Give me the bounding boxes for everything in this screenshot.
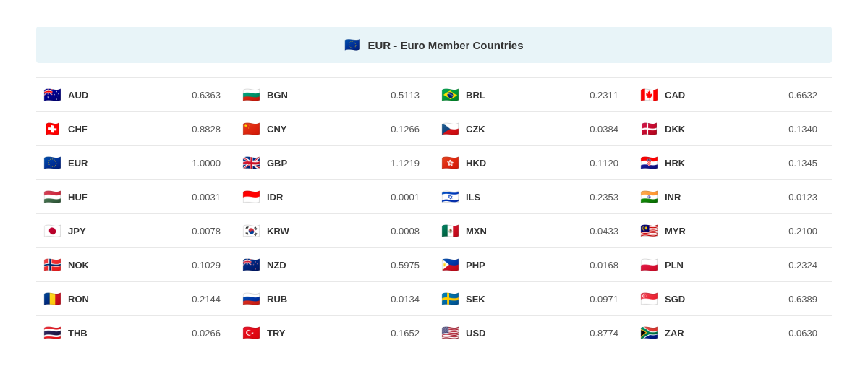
currency-code: PLN (665, 260, 692, 271)
flag-icon: 🇳🇴 (42, 256, 62, 274)
flag-icon: 🇵🇭 (440, 256, 460, 274)
currency-code: IDR (267, 192, 294, 203)
flag-icon: 🇳🇿 (241, 256, 261, 274)
currency-value: 0.2311 (590, 90, 627, 101)
list-item: 🇹🇭THB0.0266 (36, 316, 235, 350)
flag-icon: 🇩🇰 (639, 120, 659, 137)
currency-code: CHF (68, 124, 95, 135)
flag-icon: 🇷🇺 (241, 290, 261, 308)
currency-code: BRL (466, 90, 493, 101)
flag-icon: 🇧🇬 (241, 86, 261, 103)
list-item: 🇸🇪SEK0.0971 (434, 282, 633, 316)
currency-value: 0.2353 (590, 192, 627, 203)
currency-value: 0.1266 (391, 124, 428, 135)
flag-icon: 🇿🇦 (639, 324, 659, 342)
flag-icon: 🇬🇧 (241, 154, 261, 171)
currency-value: 0.1652 (391, 328, 428, 339)
list-item: 🇨🇭CHF0.8828 (36, 112, 235, 146)
list-item: 🇪🇺EUR1.0000 (36, 146, 235, 180)
currency-value: 0.0266 (192, 328, 229, 339)
list-item: 🇮🇱ILS0.2353 (434, 180, 633, 214)
currency-value: 0.2100 (788, 226, 826, 237)
list-item: 🇹🇷TRY0.1652 (235, 316, 434, 350)
currency-code: DKK (665, 124, 692, 135)
flag-icon: 🇦🇺 (42, 86, 62, 103)
list-item: 🇺🇸USD0.8774 (434, 316, 633, 350)
currency-value: 0.2324 (788, 260, 826, 271)
list-item: 🇩🇰DKK0.1340 (633, 112, 832, 146)
list-item: 🇭🇷HRK0.1345 (633, 146, 832, 180)
flag-icon: 🇪🇺 (42, 154, 62, 171)
flag-icon: 🇮🇱 (440, 188, 460, 206)
list-item: 🇭🇰HKD0.1120 (434, 146, 633, 180)
currency-grid: 🇦🇺AUD0.6363🇧🇬BGN0.5113🇧🇷BRL0.2311🇨🇦CAD0.… (36, 77, 832, 350)
flag-icon: 🇨🇿 (440, 120, 460, 137)
list-item: 🇲🇽MXN0.0433 (434, 214, 633, 248)
currency-value: 0.0123 (788, 192, 826, 203)
flag-icon: 🇹🇭 (42, 324, 62, 342)
currency-code: HKD (466, 158, 493, 169)
currency-code: SGD (665, 294, 692, 305)
currency-value: 1.1219 (391, 158, 428, 169)
currency-code: MXN (466, 226, 493, 237)
currency-code: BGN (267, 90, 294, 101)
flag-icon: 🇸🇬 (639, 290, 659, 308)
currency-code: ILS (466, 192, 493, 203)
flag-icon: 🇨🇦 (639, 86, 659, 103)
currency-code: INR (665, 192, 692, 203)
currency-value: 0.1120 (590, 158, 627, 169)
currency-code: EUR (68, 158, 95, 169)
list-item: 🇦🇺AUD0.6363 (36, 78, 235, 112)
flag-icon: 🇸🇪 (440, 290, 460, 308)
flag-icon: 🇨🇳 (241, 120, 261, 137)
currency-value: 0.0031 (192, 192, 229, 203)
currency-code: THB (68, 328, 95, 339)
flag-icon: 🇹🇷 (241, 324, 261, 342)
currency-value: 0.0433 (590, 226, 627, 237)
currency-code: KRW (267, 226, 294, 237)
list-item: 🇮🇳INR0.0123 (633, 180, 832, 214)
list-item: 🇳🇴NOK0.1029 (36, 248, 235, 282)
currency-code: CAD (665, 90, 692, 101)
currency-value: 0.0971 (590, 294, 627, 305)
flag-icon: 🇺🇸 (440, 324, 460, 342)
list-item: 🇧🇷BRL0.2311 (434, 78, 633, 112)
currency-value: 0.6363 (192, 90, 229, 101)
list-item: 🇿🇦ZAR0.0630 (633, 316, 832, 350)
currency-code: TRY (267, 328, 294, 339)
list-item: 🇰🇷KRW0.0008 (235, 214, 434, 248)
currency-value: 0.6389 (788, 294, 826, 305)
flag-icon: 🇯🇵 (42, 222, 62, 240)
currency-code: RUB (267, 294, 294, 305)
flag-icon: 🇭🇰 (440, 154, 460, 171)
flag-icon: 🇮🇩 (241, 188, 261, 206)
flag-icon: 🇮🇳 (639, 188, 659, 206)
list-item: 🇷🇺RUB0.0134 (235, 282, 434, 316)
currency-value: 0.0134 (391, 294, 428, 305)
currency-value: 0.1340 (788, 124, 826, 135)
currency-value: 0.8774 (590, 328, 627, 339)
list-item: 🇳🇿NZD0.5975 (235, 248, 434, 282)
currency-code: HRK (665, 158, 692, 169)
currency-value: 0.0008 (391, 226, 428, 237)
eur-flag-icon: 🇪🇺 (344, 37, 360, 53)
currency-code: MYR (665, 226, 692, 237)
flag-icon: 🇨🇭 (42, 120, 62, 137)
header-bar: 🇪🇺 EUR - Euro Member Countries (36, 27, 832, 63)
currency-value: 0.5113 (391, 90, 428, 101)
list-item: 🇸🇬SGD0.6389 (633, 282, 832, 316)
currency-code: AUD (68, 90, 95, 101)
flag-icon: 🇧🇷 (440, 86, 460, 103)
currency-value: 0.1345 (788, 158, 826, 169)
flag-icon: 🇭🇷 (639, 154, 659, 171)
currency-code: PHP (466, 260, 493, 271)
list-item: 🇬🇧GBP1.1219 (235, 146, 434, 180)
currency-code: NOK (68, 260, 95, 271)
currency-value: 0.2144 (192, 294, 229, 305)
currency-code: CZK (466, 124, 493, 135)
list-item: 🇵🇱PLN0.2324 (633, 248, 832, 282)
flag-icon: 🇲🇽 (440, 222, 460, 240)
currency-code: USD (466, 328, 493, 339)
currency-value: 0.0630 (788, 328, 826, 339)
header-title: EUR - Euro Member Countries (367, 39, 523, 51)
